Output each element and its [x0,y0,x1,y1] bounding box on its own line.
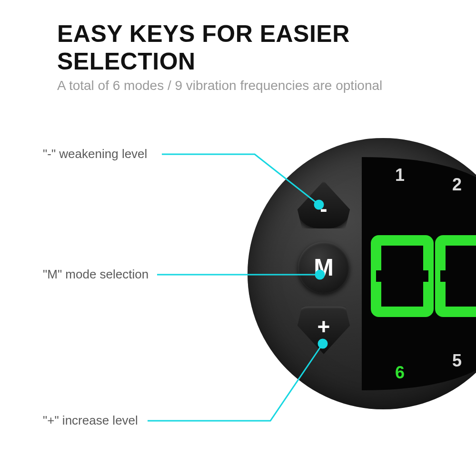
header: EASY KEYS FOR EASIER SELECTION A total o… [57,20,443,93]
display-screen: 1 2 3 4 5 6 [362,157,476,390]
plus-icon: + [317,314,330,339]
callout-plus-label: "+" increase level [43,413,138,428]
callout-minus-label: "-" weakening level [43,147,147,161]
mode-1-label: 1 [395,165,405,185]
page-subtitle: A total of 6 modes / 9 vibration frequen… [57,78,443,93]
plus-button[interactable]: + [295,307,352,354]
mode-2-label: 2 [452,175,462,194]
minus-icon: - [320,196,327,221]
mode-icon: M [314,254,334,281]
mode-5-label: 5 [452,351,462,370]
device-body: - M + 1 2 3 4 5 [248,138,476,409]
minus-button[interactable]: - [295,181,352,228]
page-title: EASY KEYS FOR EASIER SELECTION [57,20,443,75]
mode-button[interactable]: M [298,242,349,293]
callout-mode-label: "M" mode selection [43,267,149,282]
mode-6-label: 6 [395,363,405,382]
